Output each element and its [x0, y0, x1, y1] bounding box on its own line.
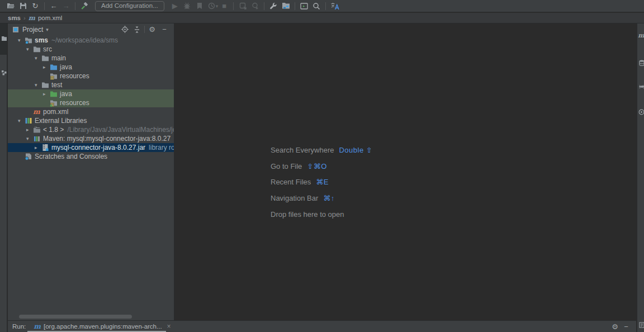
jdk-icon: [33, 126, 42, 134]
chevron-down-icon[interactable]: ▾: [18, 118, 25, 124]
tool-window-button-word-book[interactable]: Word B: [637, 312, 644, 332]
chevron-right-icon[interactable]: ▸: [43, 64, 50, 70]
tree-row-src[interactable]: ▾ src: [8, 45, 174, 54]
build-hammer-icon[interactable]: [78, 1, 91, 11]
tree-row-main[interactable]: ▾ main: [8, 54, 174, 63]
folder-icon: [41, 54, 50, 62]
toolbar-separator: [75, 2, 75, 10]
left-tool-window-stripe: 1: Project 7: Structure: [0, 23, 7, 332]
empty-editor-shortcuts: Search Everywhere Double ⇧ Go to File ⇧⌘…: [271, 142, 372, 222]
ant-tool-icon: [638, 84, 644, 91]
tree-row-test-java[interactable]: ▸ java: [8, 89, 174, 98]
tree-row-maven-library[interactable]: ▾ Maven: mysql:mysql-connector-java:8.0.…: [8, 134, 174, 143]
project-structure-icon[interactable]: [280, 1, 292, 11]
tree-label: test: [51, 81, 62, 89]
tool-window-button-database[interactable]: Database: [637, 48, 644, 80]
tree-row-main-resources[interactable]: resources: [8, 72, 174, 80]
horizontal-scrollbar[interactable]: [19, 315, 132, 319]
tree-row-test-resources[interactable]: resources: [8, 98, 174, 107]
chevron-right-icon[interactable]: ▸: [26, 127, 33, 132]
restfultool-icon: [638, 109, 644, 117]
sources-folder-icon: [50, 63, 59, 71]
hint-shortcut: ⇧⌘O: [307, 162, 327, 170]
hint-label: Go to File: [271, 162, 302, 170]
hide-run-bar-icon[interactable]: −: [621, 322, 632, 331]
tree-row-sms[interactable]: ▾ sms ~/workspace/idea/sms: [8, 36, 174, 45]
test-sources-folder-icon: [50, 90, 59, 98]
maven-run-icon: m: [34, 322, 41, 330]
locate-file-icon[interactable]: [119, 25, 131, 35]
open-project-icon[interactable]: [4, 1, 17, 11]
tree-row-test[interactable]: ▾ test: [8, 80, 174, 89]
collapse-all-icon[interactable]: [131, 25, 143, 35]
tree-label: resources: [60, 72, 89, 80]
chevron-down-icon[interactable]: ▾: [26, 46, 33, 52]
tree-hint: ~/workspace/idea/sms: [51, 36, 118, 44]
gear-icon[interactable]: ⚙: [146, 25, 158, 35]
hint-search-everywhere: Search Everywhere Double ⇧: [271, 142, 372, 158]
project-folder-icon: [25, 36, 34, 44]
hint-recent-files: Recent Files ⌘E: [271, 174, 372, 190]
coverage-icon: [193, 1, 206, 11]
tree-row-jdk[interactable]: ▸ < 1.8 > /Library/Java/JavaVirtualMachi…: [8, 125, 174, 134]
close-icon[interactable]: ×: [167, 322, 171, 330]
tool-window-button-structure[interactable]: 7: Structure: [0, 55, 7, 92]
tool-window-button-project[interactable]: 1: Project: [0, 23, 7, 55]
tree-row-pom-xml[interactable]: m pom.xml: [8, 107, 174, 116]
run-tool-window-bar: Run: m [org.apache.maven.plugins:maven-a…: [8, 320, 636, 332]
hint-label: Navigation Bar: [271, 194, 318, 202]
maven-tool-icon: m: [638, 32, 644, 39]
tree-hint: library root: [149, 144, 174, 151]
back-icon[interactable]: ←: [48, 1, 60, 11]
scratches-icon: [25, 153, 34, 160]
toolbar-separator: [264, 2, 264, 10]
maven-file-icon: m: [33, 108, 42, 116]
main-toolbar: ↻ ← → Add Configuration... ▶ ▾ ■: [0, 0, 644, 12]
chevron-right-icon[interactable]: ▸: [43, 91, 50, 97]
hint-navigation-bar: Navigation Bar ⌘↑: [271, 190, 372, 206]
search-everywhere-icon[interactable]: [310, 1, 323, 11]
hint-drop-files: Drop files here to open: [271, 206, 372, 222]
run-tab[interactable]: m [org.apache.maven.plugins:maven-arch..…: [34, 322, 171, 330]
run-anything-icon[interactable]: [298, 1, 310, 11]
panel-title[interactable]: Project: [22, 26, 43, 34]
translate-icon[interactable]: [329, 1, 341, 11]
editor-area: Search Everywhere Double ⇧ Go to File ⇧⌘…: [175, 23, 636, 320]
breadcrumb-project[interactable]: sms: [8, 15, 21, 21]
folder-icon: [33, 45, 42, 53]
tree-label: pom.xml: [43, 108, 68, 116]
tree-label: src: [43, 45, 52, 53]
wrench-icon[interactable]: [267, 1, 280, 11]
sync-icon[interactable]: ↻: [29, 1, 41, 11]
gear-icon[interactable]: ⚙: [609, 322, 621, 331]
tree-label: Scratches and Consoles: [35, 153, 107, 160]
run-icon: ▶: [169, 1, 181, 11]
tree-row-main-java[interactable]: ▸ java: [8, 63, 174, 72]
chevron-down-icon[interactable]: ▾: [26, 136, 33, 141]
database-tool-icon: [639, 60, 644, 68]
hide-panel-icon[interactable]: −: [158, 25, 171, 35]
right-tool-window-stripe: m Maven Database Ant RestfulTool: [637, 23, 644, 332]
tool-window-button-ant[interactable]: Ant: [637, 79, 644, 95]
word-book-tool-icon: [639, 322, 644, 330]
library-icon: [33, 135, 42, 143]
add-configuration-button[interactable]: Add Configuration...: [95, 1, 164, 11]
chevron-down-icon[interactable]: ▾: [35, 55, 41, 61]
chevron-down-icon[interactable]: ▾: [35, 82, 41, 88]
update-running-app-icon: [249, 1, 261, 11]
tree-label: java: [60, 63, 72, 71]
chevron-down-icon[interactable]: ▾: [18, 37, 25, 43]
tool-window-button-restfultool[interactable]: RestfulTool: [637, 95, 644, 131]
tool-window-button-maven[interactable]: m Maven: [637, 23, 644, 48]
tree-row-scratches[interactable]: Scratches and Consoles: [8, 152, 174, 161]
hint-label: Recent Files: [271, 178, 311, 186]
tree-row-external-libraries[interactable]: ▾ External Libraries: [8, 116, 174, 125]
save-all-icon[interactable]: [17, 1, 29, 11]
toolbar-separator: [295, 2, 295, 10]
chevron-right-icon[interactable]: ▸: [35, 145, 41, 150]
debug-icon: [181, 1, 193, 11]
chevron-down-icon[interactable]: ▾: [46, 27, 49, 32]
breadcrumb-file[interactable]: pom.xml: [38, 15, 62, 21]
tree-row-jar[interactable]: ▸ mysql-connector-java-8.0.27.jar librar…: [8, 143, 174, 152]
toolbar-separator: [233, 2, 234, 10]
